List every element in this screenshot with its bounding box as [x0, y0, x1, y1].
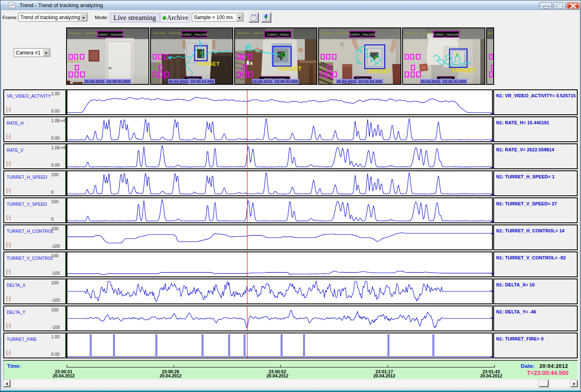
svg-text:19:0: 19:0: [487, 31, 494, 35]
